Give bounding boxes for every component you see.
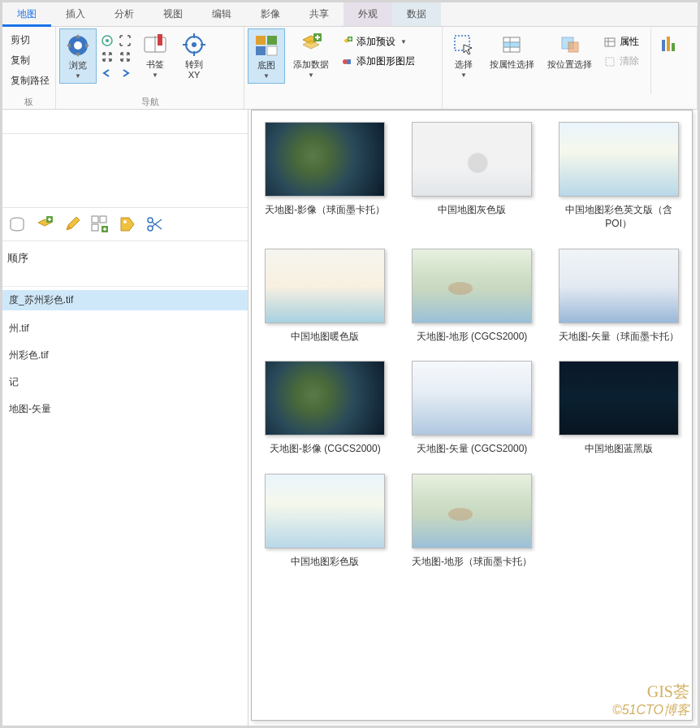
- cut-button[interactable]: 剪切: [7, 32, 50, 49]
- add-graphic-icon: [340, 55, 353, 68]
- basemap-gallery-item[interactable]: 中国地图灰色版: [410, 122, 534, 231]
- full-extent-icon[interactable]: [100, 33, 115, 48]
- tab-share[interactable]: 共享: [295, 2, 344, 26]
- basemap-label: 中国地图彩色英文版（含POI）: [558, 203, 680, 231]
- attributes-icon: [603, 36, 616, 49]
- svg-point-1: [74, 41, 82, 50]
- basemap-thumbnail: [265, 361, 385, 436]
- grid-add-icon[interactable]: [89, 213, 111, 236]
- tree-item[interactable]: 记: [2, 372, 248, 392]
- basemap-label: 天地图-地形 (CGCS2000): [417, 330, 528, 344]
- svg-rect-31: [606, 58, 614, 66]
- tree-item[interactable]: 度_苏州彩色.tif: [2, 290, 248, 310]
- prev-extent-icon[interactable]: [100, 66, 115, 80]
- select-by-attr-button[interactable]: 按属性选择: [485, 28, 539, 73]
- tab-data[interactable]: 数据: [392, 2, 441, 26]
- tree-item[interactable]: 州彩色.tif: [2, 345, 248, 366]
- basemap-gallery: 天地图-影像（球面墨卡托）中国地图灰色版中国地图彩色英文版（含POI）中国地图暖…: [251, 110, 693, 721]
- left-toolbar: [2, 207, 248, 241]
- zoom-out-icon[interactable]: [118, 50, 132, 64]
- basemap-gallery-item[interactable]: 中国地图彩色版: [263, 474, 387, 569]
- zoom-in-icon[interactable]: [100, 50, 115, 64]
- basemap-thumbnail: [412, 122, 532, 197]
- browse-button[interactable]: 浏览 ▼: [59, 28, 97, 84]
- basemap-gallery-item[interactable]: 天地图-影像（球面墨卡托）: [263, 122, 387, 231]
- svg-rect-37: [92, 216, 98, 223]
- svg-rect-13: [267, 36, 277, 45]
- basemap-gallery-item[interactable]: 天地图-影像 (CGCS2000): [263, 361, 387, 456]
- cylinder-icon[interactable]: [6, 213, 28, 236]
- basemap-thumbnail: [265, 122, 385, 197]
- svg-point-3: [106, 39, 109, 42]
- svg-point-41: [123, 220, 127, 223]
- basemap-gallery-item[interactable]: 中国地图蓝黑版: [556, 361, 681, 456]
- svg-rect-32: [662, 40, 665, 51]
- tab-analysis[interactable]: 分析: [100, 2, 149, 26]
- basemap-label: 天地图-影像 (CGCS2000): [270, 442, 381, 456]
- add-preset-icon: [340, 36, 353, 49]
- pencil-icon[interactable]: [61, 213, 84, 236]
- add-graphic-layer-button[interactable]: 添加图形图层: [337, 53, 418, 70]
- svg-rect-12: [256, 36, 266, 45]
- bookmark-icon: [142, 32, 168, 58]
- svg-rect-25: [503, 42, 520, 47]
- select-button[interactable]: 选择 ▼: [446, 28, 482, 82]
- basemap-gallery-item[interactable]: 中国地图彩色英文版（含POI）: [556, 122, 681, 231]
- basemap-thumbnail: [559, 249, 679, 323]
- add-data-icon: [298, 32, 324, 58]
- select-by-loc-button[interactable]: 按位置选择: [542, 28, 597, 73]
- tree-item[interactable]: 地图-矢量: [2, 399, 248, 419]
- tab-insert[interactable]: 插入: [51, 2, 100, 26]
- basemap-thumbnail: [559, 122, 679, 197]
- goto-xy-icon: [181, 32, 207, 58]
- basemap-thumbnail: [412, 249, 532, 323]
- ribbon: 剪切 复制 复制路径 板 浏览 ▼ 书签 ▼: [2, 27, 698, 110]
- new-layer-icon[interactable]: [33, 213, 56, 236]
- svg-rect-28: [605, 38, 615, 46]
- svg-rect-38: [100, 216, 106, 223]
- copy-path-button[interactable]: 复制路径: [7, 72, 50, 89]
- copy-button[interactable]: 复制: [7, 52, 50, 69]
- scissors-icon[interactable]: [144, 213, 166, 236]
- clipboard-group-label: 板: [2, 96, 55, 108]
- svg-rect-14: [256, 46, 266, 55]
- basemap-label: 天地图-影像（球面墨卡托）: [265, 203, 385, 217]
- basemap-gallery-item[interactable]: 天地图-矢量 (CGCS2000): [410, 361, 534, 456]
- fixed-zoom-icon[interactable]: [118, 33, 132, 48]
- tree-item[interactable]: 州.tif: [2, 318, 248, 339]
- select-by-loc-icon: [557, 32, 583, 58]
- attributes-button[interactable]: 属性: [600, 33, 642, 50]
- tab-view[interactable]: 视图: [149, 2, 197, 26]
- svg-rect-15: [267, 46, 277, 55]
- infographic-icon[interactable]: [660, 28, 678, 58]
- basemap-gallery-item[interactable]: 天地图-地形 (CGCS2000): [410, 249, 534, 344]
- tag-icon[interactable]: [116, 213, 139, 236]
- next-extent-icon[interactable]: [118, 66, 132, 80]
- tab-edit[interactable]: 编辑: [197, 2, 246, 26]
- svg-rect-39: [92, 224, 98, 231]
- layer-tree: 度_苏州彩色.tif 州.tif 州彩色.tif 记 地图-矢量: [2, 287, 248, 422]
- basemap-label: 天地图-矢量 (CGCS2000): [417, 442, 528, 456]
- tab-appearance[interactable]: 外观: [344, 2, 392, 26]
- tab-map[interactable]: 地图: [2, 2, 51, 26]
- add-preset-button[interactable]: 添加预设 ▼: [337, 33, 418, 50]
- basemap-thumbnail: [265, 249, 385, 323]
- basemap-gallery-item[interactable]: 天地图-地形（球面墨卡托）: [410, 474, 534, 569]
- basemap-thumbnail: [412, 474, 532, 548]
- svg-rect-27: [568, 42, 578, 52]
- bookmark-button[interactable]: 书签 ▼: [137, 28, 173, 82]
- basemap-label: 天地图-地形（球面墨卡托）: [412, 555, 532, 569]
- add-data-button[interactable]: 添加数据 ▼: [288, 28, 334, 82]
- clear-selection-button[interactable]: 清除: [600, 53, 642, 70]
- main-tabs: 地图 插入 分析 视图 编辑 影像 共享 外观 数据: [2, 2, 698, 27]
- svg-rect-33: [667, 37, 670, 51]
- svg-rect-34: [672, 43, 675, 51]
- basemap-thumbnail: [559, 361, 679, 436]
- select-icon: [451, 32, 477, 58]
- navigate-group-label: 导航: [56, 96, 244, 108]
- tab-imagery[interactable]: 影像: [246, 2, 295, 26]
- basemap-gallery-item[interactable]: 天地图-矢量（球面墨卡托）: [556, 249, 681, 344]
- goto-xy-button[interactable]: 转到 XY: [176, 28, 212, 84]
- basemap-button[interactable]: 底图 ▼: [248, 28, 285, 84]
- basemap-gallery-item[interactable]: 中国地图暖色版: [263, 249, 387, 344]
